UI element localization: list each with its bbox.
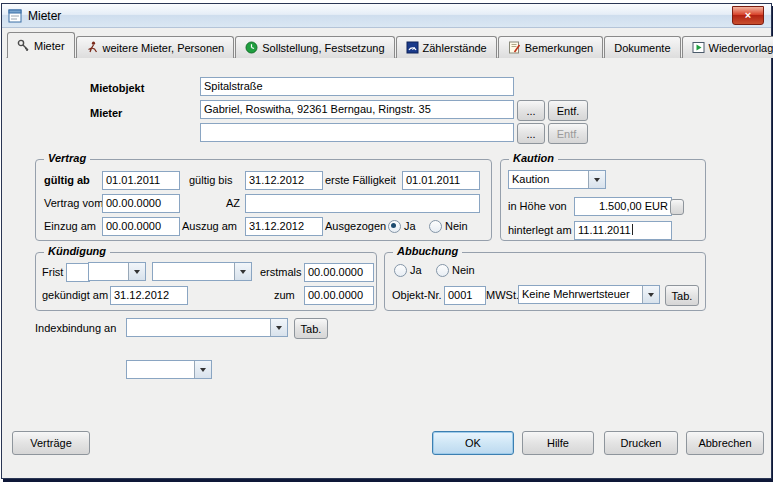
gueltig-bis-label: gültig bis — [189, 174, 232, 186]
meter-icon — [406, 41, 419, 54]
close-button[interactable]: × — [732, 6, 764, 25]
tab-sollstellung[interactable]: Sollstellung, Festsetzung — [235, 36, 394, 58]
tab-weitere-mieter[interactable]: weitere Mieter, Personen — [76, 36, 235, 58]
hinterlegt-am-label: hinterlegt am — [508, 224, 572, 236]
mietobjekt-label: Mietobjekt — [90, 82, 144, 94]
tab-dokumente[interactable]: Dokumente — [604, 36, 680, 58]
drucken-button[interactable]: Drucken — [604, 431, 678, 455]
zum-label: zum — [274, 289, 295, 301]
abbuchung-nein-label: Nein — [452, 264, 475, 276]
mieter-field-2[interactable] — [200, 123, 514, 142]
gueltig-ab-field[interactable]: 01.01.2011 — [102, 171, 180, 190]
ausgezogen-ja-label: Ja — [404, 220, 416, 232]
vertraege-button[interactable]: Verträge — [12, 431, 90, 455]
gueltig-bis-field[interactable]: 31.12.2012 — [245, 171, 323, 190]
kaution-select-value: Kaution — [512, 171, 587, 188]
in-hoehe-von-detail-button[interactable] — [670, 199, 684, 215]
tab-label: Zählerstände — [423, 42, 487, 54]
play-icon — [692, 41, 705, 54]
auszug-am-label: Auszug am — [182, 220, 237, 232]
erste-faelligkeit-field[interactable]: 01.01.2011 — [402, 171, 480, 190]
in-hoehe-von-field[interactable]: 1.500,00 EUR — [574, 197, 672, 216]
kuendigung-group-title: Kündigung — [44, 245, 110, 257]
vertrag-vom-label: Vertrag vom — [44, 197, 103, 209]
hinterlegt-am-field[interactable]: 11.11.2011 — [574, 221, 672, 240]
tab-label: Wiedervorlage — [709, 42, 773, 54]
frist-mode-select[interactable] — [152, 262, 252, 281]
mietobjekt-field[interactable]: Spitalstraße — [200, 77, 514, 96]
runner-icon — [86, 41, 99, 54]
ausgezogen-ja-radio[interactable] — [388, 220, 401, 233]
in-hoehe-von-label: in Höhe von — [508, 200, 567, 212]
tab-wiedervorlage[interactable]: Wiedervorlage — [682, 36, 773, 58]
vertrag-vom-field[interactable]: 00.00.0000 — [102, 194, 180, 213]
mwst-select[interactable]: Keine Mehrwertsteuer — [518, 285, 660, 304]
frist-label: Frist — [42, 266, 63, 278]
screen: Mieter × Mieter — [0, 0, 773, 482]
objekt-nr-field[interactable]: 0001 — [444, 286, 486, 305]
window-title: Mieter — [28, 9, 61, 23]
gekuendigt-am-field[interactable]: 31.12.2012 — [110, 286, 188, 305]
ausgezogen-nein-label: Nein — [445, 220, 468, 232]
chevron-down-icon[interactable] — [128, 263, 145, 280]
frist-field[interactable] — [66, 263, 90, 282]
ok-button[interactable]: OK — [432, 431, 514, 455]
hilfe-button[interactable]: Hilfe — [522, 431, 594, 455]
note-icon — [508, 41, 521, 54]
ausgezogen-label: Ausgezogen — [325, 220, 386, 232]
tab-bemerkungen[interactable]: Bemerkungen — [498, 36, 604, 58]
einzug-am-field[interactable]: 00.00.0000 — [102, 217, 180, 236]
abbuchung-ja-label: Ja — [410, 264, 422, 276]
clock-icon — [245, 41, 258, 54]
mieter-remove-button-2: Entf. — [548, 123, 588, 144]
chevron-down-icon[interactable] — [234, 263, 251, 280]
tab-zaehlerstaende[interactable]: Zählerstände — [396, 36, 497, 58]
gueltig-ab-label: gültig ab — [44, 174, 90, 186]
tab-label: weitere Mieter, Personen — [103, 42, 225, 54]
tab-bar: Mieter weitere Mieter, Personen — [7, 32, 766, 58]
mwst-select-value: Keine Mehrwertsteuer — [522, 286, 641, 303]
indexbindung-tab-button[interactable]: Tab. — [294, 318, 328, 339]
chevron-down-icon[interactable] — [588, 171, 605, 188]
secondary-select[interactable] — [126, 360, 212, 379]
kaution-group-title: Kaution — [509, 152, 558, 164]
indexbindung-select[interactable] — [126, 318, 288, 337]
abbuchung-nein-radio[interactable] — [436, 264, 449, 277]
mieter-remove-button-1[interactable]: Entf. — [548, 100, 588, 121]
ausgezogen-nein-radio[interactable] — [429, 220, 442, 233]
tab-label: Dokumente — [614, 42, 670, 54]
abbuchung-group-title: Abbuchung — [393, 245, 462, 257]
mieter-browse-button-2[interactable]: ... — [517, 123, 545, 144]
az-field[interactable] — [245, 194, 480, 213]
frist-unit-select[interactable] — [88, 262, 146, 281]
auszug-am-field[interactable]: 31.12.2012 — [245, 217, 323, 236]
erste-faelligkeit-label: erste Fälligkeit — [325, 174, 396, 186]
abbuchung-ja-radio[interactable] — [394, 264, 407, 277]
tab-label: Bemerkungen — [525, 42, 594, 54]
tab-label: Mieter — [34, 40, 65, 52]
kaution-select[interactable]: Kaution — [508, 170, 606, 189]
chevron-down-icon[interactable] — [642, 286, 659, 303]
mieter-field-1[interactable]: Gabriel, Roswitha, 92361 Berngau, Ringst… — [200, 100, 514, 119]
chevron-down-icon[interactable] — [194, 361, 211, 378]
mwst-tab-button[interactable]: Tab. — [665, 285, 699, 306]
mieter-dialog: Mieter × Mieter — [1, 3, 772, 479]
mieter-browse-button-1[interactable]: ... — [517, 100, 545, 121]
key-icon — [17, 39, 30, 52]
az-label: AZ — [226, 197, 240, 209]
chevron-down-icon[interactable] — [270, 319, 287, 336]
mwst-label: MWSt. — [486, 289, 519, 301]
tab-mieter[interactable]: Mieter — [7, 32, 75, 58]
text-caret — [632, 224, 633, 235]
tab-label: Sollstellung, Festsetzung — [262, 42, 384, 54]
title-bar: Mieter × — [2, 4, 771, 28]
abbrechen-button[interactable]: Abbrechen — [686, 431, 764, 455]
erstmals-label: erstmals — [260, 266, 302, 278]
window-icon — [8, 9, 22, 23]
objekt-nr-label: Objekt-Nr. — [392, 289, 442, 301]
indexbindung-label: Indexbindung an — [35, 322, 116, 334]
hinterlegt-am-value: 11.11.2011 — [578, 224, 631, 236]
einzug-am-label: Einzug am — [44, 220, 96, 232]
erstmals-field[interactable]: 00.00.0000 — [304, 263, 374, 282]
zum-field[interactable]: 00.00.0000 — [304, 286, 374, 305]
